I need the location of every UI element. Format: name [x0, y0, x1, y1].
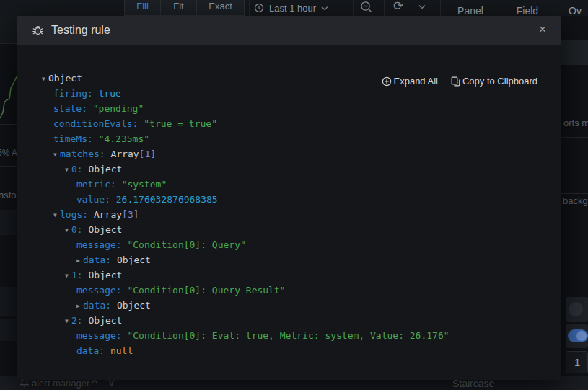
- json-key: data:: [83, 300, 117, 311]
- json-value: Object: [88, 224, 122, 235]
- time-range-label: Last 1 hour: [269, 3, 316, 14]
- json-tree-row: ▼0: Object: [17, 161, 561, 177]
- json-key: firing:: [53, 88, 99, 99]
- json-tree-row: message: "Condition[0]: Query Result": [17, 283, 561, 298]
- time-picker[interactable]: Last 1 hour: [254, 0, 328, 16]
- json-value: Object: [48, 73, 82, 84]
- supports-markdown-hint: orts ma: [563, 118, 588, 128]
- array-count: [3]: [122, 209, 139, 220]
- right-panel-header: [561, 40, 588, 65]
- modal-title: Testing rule: [51, 24, 110, 37]
- background-option-label: backg: [563, 195, 588, 206]
- toggle-knob: [576, 331, 587, 341]
- json-value: Object: [88, 270, 122, 280]
- json-key: 2:: [71, 315, 88, 326]
- json-key: message:: [76, 330, 127, 341]
- json-key: 1:: [71, 270, 88, 280]
- json-tree-row: metric: "system": [17, 177, 561, 192]
- collapse-toggle-icon[interactable]: ▼: [53, 208, 60, 223]
- left-panel-block: [0, 319, 19, 341]
- json-key: 0:: [71, 224, 88, 235]
- toggle-on-control[interactable]: [566, 324, 588, 348]
- collapse-toggle-icon[interactable]: ▼: [65, 314, 71, 329]
- toolbar-divider: [353, 0, 354, 16]
- zoom-out-icon[interactable]: [360, 1, 373, 14]
- collapse-toggle-icon[interactable]: ▼: [65, 223, 71, 238]
- json-tree-row: data: null: [17, 343, 561, 358]
- json-value: Object: [117, 300, 151, 311]
- json-tree-row: ▼logs: Array[3]: [17, 207, 561, 222]
- expand-toggle-icon[interactable]: ▶: [76, 298, 83, 314]
- array-count: [1]: [139, 149, 156, 159]
- json-key: metric:: [76, 179, 122, 190]
- json-tree-row: ▼Object: [17, 71, 561, 86]
- json-tree-row: value: 26.176032876968385: [17, 192, 561, 207]
- json-key: data:: [83, 254, 117, 265]
- fit-button[interactable]: Fit: [160, 0, 197, 16]
- top-toolbar: Fill Fit Exact Last 1 hour ⟳ Panel Field…: [0, 0, 588, 16]
- tab-overrides[interactable]: Ov: [569, 0, 588, 16]
- json-value: "pending": [93, 103, 144, 114]
- toolbar-divider: [384, 0, 385, 16]
- tab-panel[interactable]: Panel: [449, 0, 492, 16]
- number-input[interactable]: 1: [566, 351, 588, 373]
- bug-icon: [32, 25, 44, 36]
- modal-body: Expand All Copy to Clipboard ▼Objectfiri…: [17, 45, 561, 380]
- json-key: data:: [76, 345, 110, 356]
- testing-rule-modal: Testing rule × Expand All Copy to Clipbo…: [17, 16, 561, 380]
- json-key: state:: [53, 103, 93, 114]
- json-value: "Condition[0]: Query Result": [127, 285, 285, 296]
- toggle-knob: [569, 302, 583, 316]
- timeseries-line: [0, 63, 19, 124]
- json-value: true: [99, 88, 121, 99]
- collapse-toggle-icon[interactable]: ▼: [53, 147, 60, 162]
- json-key: matches:: [60, 149, 110, 159]
- left-subheader: [0, 16, 19, 43]
- clock-icon: [254, 3, 264, 13]
- json-value: Array: [94, 209, 122, 220]
- refresh-chevron-icon[interactable]: [418, 4, 426, 9]
- json-tree: ▼Objectfiring: truestate: "pending"condi…: [17, 71, 561, 358]
- json-key: message:: [76, 285, 127, 296]
- json-tree-row: timeMs: "4.235ms": [17, 131, 561, 146]
- json-value: "Condition[0]: Query": [127, 239, 245, 250]
- refresh-icon[interactable]: ⟳: [393, 0, 403, 14]
- left-chart-panel: [0, 63, 19, 124]
- json-value: Array: [110, 149, 139, 159]
- json-key: message:: [76, 239, 127, 250]
- json-key: conditionEvals:: [53, 118, 144, 129]
- collapse-toggle-icon[interactable]: ▼: [42, 71, 48, 87]
- json-tree-row: firing: true: [17, 86, 561, 101]
- chevron-up-icon[interactable]: [91, 379, 98, 384]
- json-tree-row: message: "Condition[0]: Query": [17, 237, 561, 252]
- json-value: "true = true": [144, 118, 217, 129]
- json-key: 0:: [71, 164, 88, 174]
- grafana-screen: Fill Fit Exact Last 1 hour ⟳ Panel Field…: [0, 0, 588, 390]
- toolbar-divider: [249, 0, 250, 16]
- chevron-down-icon: [321, 6, 328, 11]
- left-panel-block: [0, 210, 19, 235]
- toggle-off-control[interactable]: [566, 297, 588, 322]
- json-tree-row: ▼1: Object: [17, 267, 561, 283]
- json-tree-row: conditionEvals: "true = true": [17, 116, 561, 131]
- collapse-toggle-icon[interactable]: ▼: [65, 268, 71, 283]
- json-value: Object: [88, 315, 122, 326]
- collapse-toggle-icon[interactable]: ▼: [65, 162, 71, 177]
- modal-header: Testing rule ×: [17, 16, 561, 45]
- json-key: value:: [76, 194, 116, 205]
- json-tree-row: ▶data: Object: [17, 298, 561, 313]
- transform-tab-label: nsfo: [0, 190, 17, 200]
- fill-button[interactable]: Fill: [124, 0, 161, 16]
- left-panel-block: [0, 287, 19, 316]
- expand-toggle-icon[interactable]: ▶: [76, 253, 83, 268]
- json-value: "system": [122, 179, 167, 190]
- tab-field[interactable]: Field: [505, 0, 550, 16]
- json-value: Object: [117, 254, 151, 265]
- exact-button[interactable]: Exact: [196, 0, 245, 16]
- json-value: "Condition[0]: Eval: true, Metric: syste…: [127, 330, 449, 341]
- number-input-value: 1: [574, 356, 580, 368]
- json-tree-row: ▼matches: Array[1]: [17, 146, 561, 161]
- json-tree-row: ▼0: Object: [17, 222, 561, 237]
- close-icon[interactable]: ×: [535, 22, 550, 37]
- toolbar-divider: [440, 0, 441, 16]
